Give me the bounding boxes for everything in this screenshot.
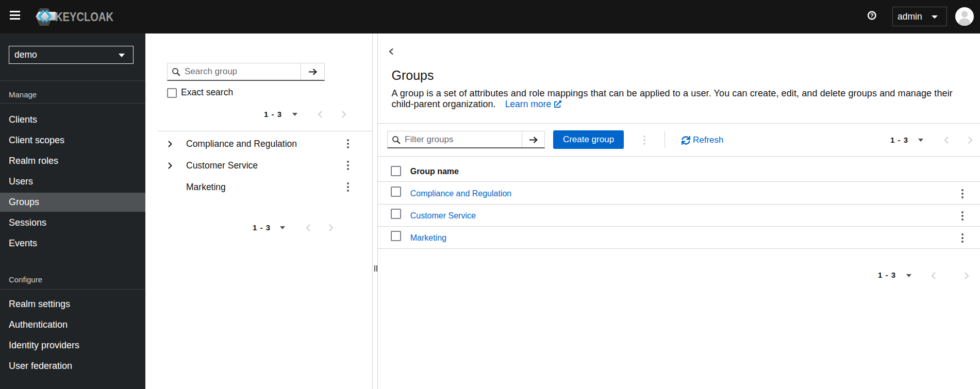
svg-text:KEYCLOAK: KEYCLOAK [55, 10, 114, 24]
svg-text:?: ? [870, 12, 873, 19]
